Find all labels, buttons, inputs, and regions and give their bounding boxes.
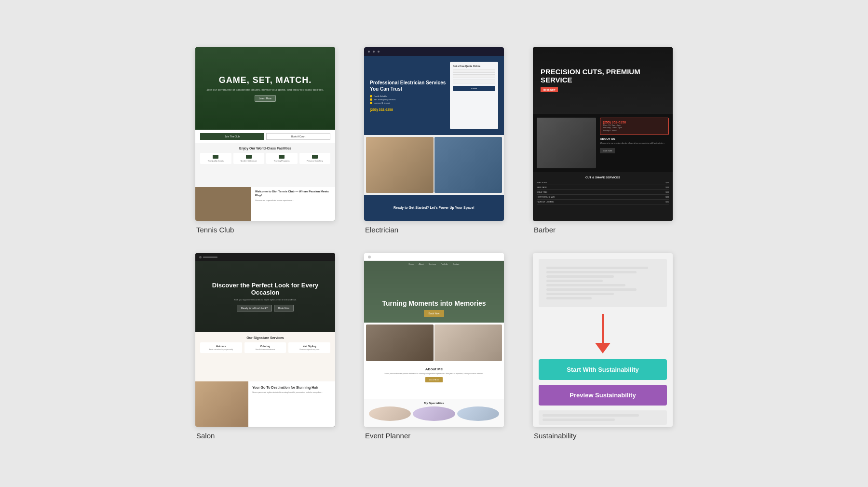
tennis-preview[interactable]: GAME, SET, MATCH. Join our community of … xyxy=(195,47,335,221)
barber-svc-4: HOT TOWEL SHAVE$30 xyxy=(537,196,669,200)
down-arrow xyxy=(595,314,610,353)
event-preview[interactable]: Home About Services Portfolio Contact Tu… xyxy=(364,253,504,427)
pline-5 xyxy=(546,284,625,286)
bot-pline-1 xyxy=(542,414,639,417)
salon-hero-sub: Book your appointment and let our expert… xyxy=(234,298,297,301)
salon-preview[interactable]: Discover the Perfect Look for Every Occa… xyxy=(195,253,335,427)
tennis-book-btn[interactable]: Book A Court xyxy=(266,133,330,140)
fac-courts: Top-Quality Courts xyxy=(200,153,231,164)
elec-grid-commercial xyxy=(434,137,502,193)
svc-text-3: Glamorous styles for any event xyxy=(290,349,329,351)
elec-topbar xyxy=(364,47,504,56)
barber-svc-list: BLACKOUT$30 SKIN FADE$30 WAVE TIME$30 HO… xyxy=(537,181,669,204)
sustain-bottom-lines xyxy=(539,410,667,425)
card-sustainability: Start With Sustainability Preview Sustai… xyxy=(533,253,673,440)
barber-phone-box: (255) 352-6258 Mon - Fri: 9am - 7pmSatur… xyxy=(600,118,669,135)
event-about-title: About Me xyxy=(369,367,499,371)
arrow-head xyxy=(595,343,610,353)
event-hero: Home About Services Portfolio Contact Tu… xyxy=(364,261,504,323)
sustain-placeholder-lines xyxy=(542,263,663,303)
preview-sustainability-button[interactable]: Preview Sustainability xyxy=(539,385,667,406)
sustain-label: Sustainability xyxy=(533,432,673,440)
tennis-bottom-image xyxy=(195,187,251,221)
pline-1 xyxy=(546,267,648,269)
elec-phone: (255) 352-6258 xyxy=(370,108,450,111)
event-hero-btn[interactable]: Book Now xyxy=(424,310,445,317)
elec-field-1[interactable] xyxy=(453,69,495,73)
tennis-hero-btn[interactable]: Learn More xyxy=(255,95,276,102)
salon-cta1[interactable]: Ready for a Fresh Look? xyxy=(237,305,272,311)
fac-coaching: Personal Coaching xyxy=(299,153,331,164)
svc-text-1: Expert cuts tailored to you personally xyxy=(202,349,241,351)
barber-cta-btn[interactable]: Book Now xyxy=(541,87,558,92)
elec-hero-title: Professional Electrician Services You Ca… xyxy=(370,80,450,92)
elec-dot2 xyxy=(373,51,375,53)
barber-hours: Mon - Fri: 9am - 7pmSaturday: 10am - 5pm… xyxy=(603,124,666,132)
barber-preview[interactable]: PRECISION CUTS, PREMIUM SERVICE Book Now… xyxy=(533,47,673,221)
event-spec-title: My Specialties xyxy=(369,402,499,405)
tennis-join-btn[interactable]: Join The Club xyxy=(200,133,264,140)
salon-bottom-desc: We are passionate stylists dedicated to … xyxy=(252,392,331,394)
elec-field-3[interactable] xyxy=(453,80,495,83)
event-about-text: I am a passionate event planner dedicate… xyxy=(369,373,499,375)
barber-svc-2: SKIN FADE$30 xyxy=(537,186,669,190)
spec-3 xyxy=(457,406,499,421)
tennis-hero-title: GAME, SET, MATCH. xyxy=(219,75,312,86)
nav-services: Services xyxy=(429,263,436,265)
elec-form: Get a Free Quote Online Submit xyxy=(450,62,498,129)
bot-pline-2 xyxy=(542,419,615,421)
salon-svc-styling: Hair Styling Glamorous styles for any ev… xyxy=(288,342,330,353)
nav-contact: Contact xyxy=(453,263,460,265)
barber-about-text: Welcome to our premium barber shop, wher… xyxy=(600,142,669,145)
salon-bottom-image xyxy=(195,381,248,427)
tennis-bottom-title: Welcome to Divi Tennis Club — Where Pass… xyxy=(255,190,331,198)
salon-cta-row: Ready for a Fresh Look? Book Now xyxy=(237,305,294,311)
barber-image xyxy=(537,118,596,169)
salon-hero-title: Discover the Perfect Look for Every Occa… xyxy=(203,282,327,297)
elec-field-2[interactable] xyxy=(453,74,495,78)
sustain-bottom-placeholder xyxy=(539,410,667,425)
check-text-2: 24/7 Emergency Services xyxy=(374,98,396,101)
salon-svc-coloring: Coloring Beautiful tones and treatments xyxy=(244,342,286,353)
tennis-bottom-desc: Discover an unparalleled tennis experien… xyxy=(255,199,331,202)
salon-cta2[interactable]: Book Now xyxy=(274,305,294,311)
tennis-hero-sub: Join our community of passionate players… xyxy=(207,88,324,91)
event-image-candles xyxy=(366,325,434,361)
event-logo xyxy=(368,256,371,258)
svc-title-1: Haircuts xyxy=(202,345,241,348)
event-collage xyxy=(364,323,504,363)
tennis-nav: Join The Club Book A Court xyxy=(195,130,335,143)
fac-clubhouse: Modern Clubhouse xyxy=(233,153,265,164)
card-event-planner: Home About Services Portfolio Contact Tu… xyxy=(364,253,504,440)
pline-3 xyxy=(546,275,614,278)
pline-8 xyxy=(546,297,592,299)
elec-preview[interactable]: Professional Electrician Services You Ca… xyxy=(364,47,504,221)
barber-svc-1: BLACKOUT$30 xyxy=(537,181,669,185)
check-text-3: Licensed & Insured xyxy=(374,102,390,104)
start-sustainability-button[interactable]: Start With Sustainability xyxy=(539,359,667,380)
fac-training: Training Programs xyxy=(266,153,298,164)
card-barber: PRECISION CUTS, PREMIUM SERVICE Book Now… xyxy=(533,47,673,234)
elec-hero-left: Professional Electrician Services You Ca… xyxy=(370,62,450,129)
nav-home: Home xyxy=(409,263,414,265)
salon-bottom: Your Go-To Destination for Stunning Hair… xyxy=(195,381,335,427)
arrow-container xyxy=(539,314,667,353)
check-dot xyxy=(370,95,372,97)
event-learn-btn[interactable]: Learn More xyxy=(425,377,443,382)
salon-topbar xyxy=(195,253,335,261)
barber-about-title: ABOUT US xyxy=(600,137,669,140)
barber-info-right: (255) 352-6258 Mon - Fri: 9am - 7pmSatur… xyxy=(596,118,669,169)
salon-dot xyxy=(199,256,202,258)
tennis-facilities: Enjoy Our World-Class Facilities Top-Qua… xyxy=(195,143,335,187)
event-image-portrait xyxy=(434,325,502,361)
svc-title-3: Hair Styling xyxy=(290,345,329,348)
barber-svc-5: HAIRCUT + BEARD$35 xyxy=(537,201,669,204)
event-topbar xyxy=(364,253,504,261)
elec-submit-btn[interactable]: Submit xyxy=(453,86,495,91)
barber-learn-btn[interactable]: learn more xyxy=(600,148,615,153)
sustain-preview[interactable]: Start With Sustainability Preview Sustai… xyxy=(533,253,673,427)
barber-hero-content: PRECISION CUTS, PREMIUM SERVICE Book Now xyxy=(541,68,665,93)
event-label: Event Planner xyxy=(364,432,504,440)
elec-hero: Professional Electrician Services You Ca… xyxy=(364,56,504,135)
event-about: About Me I am a passionate event planner… xyxy=(364,363,504,399)
